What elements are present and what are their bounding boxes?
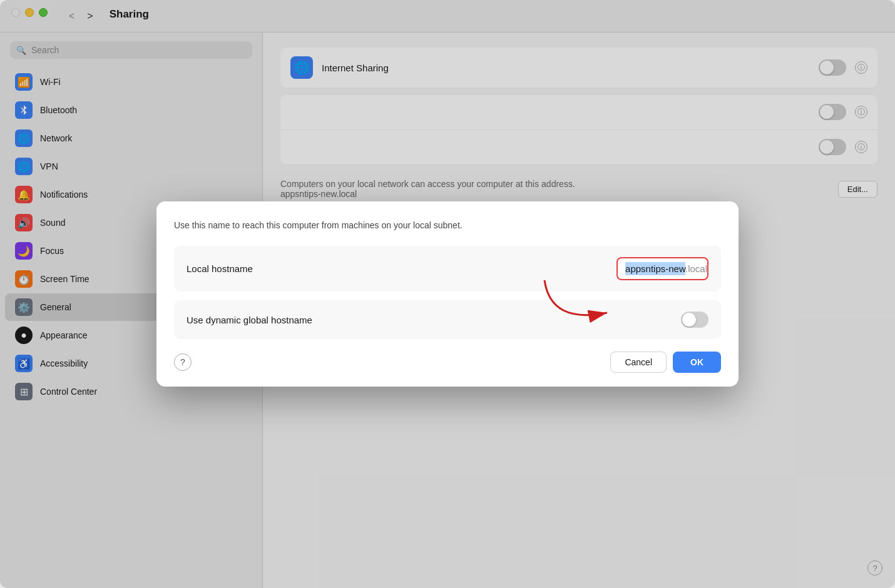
hostname-input-wrapper: appsntips-new.local <box>616 257 708 280</box>
dialog-overlay: Use this name to reach this computer fro… <box>0 0 895 588</box>
local-hostname-section: Local hostname appsntips-new.local <box>174 246 721 291</box>
cancel-button[interactable]: Cancel <box>610 352 667 373</box>
hostname-suffix: .local <box>685 263 707 274</box>
local-hostname-label: Local hostname <box>187 263 253 274</box>
dialog-description: Use this name to reach this computer fro… <box>174 219 721 232</box>
ok-button[interactable]: OK <box>673 352 721 373</box>
hostname-highlighted: appsntips-new <box>625 262 685 275</box>
hostname-dialog: Use this name to reach this computer fro… <box>156 201 739 387</box>
dynamic-hostname-label: Use dynamic global hostname <box>187 315 312 325</box>
dynamic-hostname-section: Use dynamic global hostname <box>174 300 721 339</box>
dynamic-hostname-toggle[interactable] <box>681 312 708 328</box>
dialog-footer: ? Cancel OK <box>174 352 721 373</box>
dialog-buttons: Cancel OK <box>610 352 721 373</box>
dialog-help-button[interactable]: ? <box>174 353 192 371</box>
main-window: < > Sharing 🔍 Search 📶 Wi-Fi <box>0 0 895 588</box>
